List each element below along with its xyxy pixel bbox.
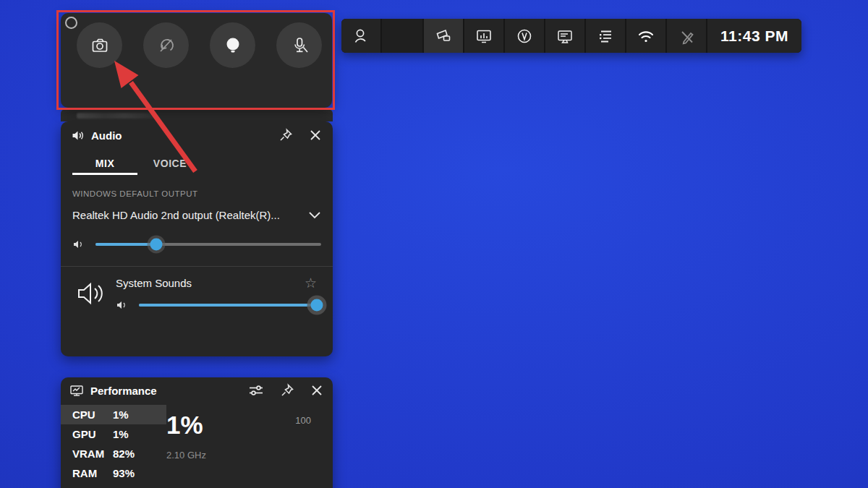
metric-value: 1% [113, 408, 129, 421]
display-overlay-toggle[interactable] [545, 19, 584, 53]
output-device-dropdown[interactable]: Realtek HD Audio 2nd output (Realtek(R).… [72, 209, 321, 221]
performance-body: CPU 1% GPU 1% VRAM 82% RAM 93% FPS 1% 2.… [61, 405, 333, 488]
performance-widget-header: Performance [61, 377, 333, 403]
tab-voice[interactable]: VOICE [137, 152, 203, 175]
metric-row-ram[interactable]: RAM 93% [61, 463, 166, 483]
obscured-widget-title [77, 113, 156, 119]
pin-button[interactable] [279, 382, 295, 398]
metric-row-vram[interactable]: VRAM 82% [61, 444, 166, 463]
performance-widget-title: Performance [90, 385, 157, 397]
slider-thumb[interactable] [310, 299, 323, 312]
screenshot-button[interactable] [77, 22, 122, 68]
speaker-loud-icon [72, 275, 110, 311]
camera-icon [89, 35, 111, 56]
metric-row-fps[interactable]: FPS [61, 483, 166, 488]
metric-label: CPU [72, 408, 113, 421]
close-icon [308, 128, 323, 142]
metric-row-cpu[interactable]: CPU 1% [61, 405, 166, 424]
mic-toggle-button[interactable] [276, 22, 322, 68]
metric-value: 93% [113, 467, 135, 479]
audio-widget: Audio MIX VOICE [61, 121, 333, 356]
slider-thumb[interactable] [150, 239, 163, 251]
record-dot-icon [222, 35, 244, 56]
mic-off-icon [289, 35, 310, 56]
performance-icon [475, 27, 493, 46]
cpu-clock-speed: 2.10 GHz [166, 450, 206, 461]
sliders-icon [247, 382, 265, 398]
record-last-button[interactable] [143, 22, 189, 68]
small-speaker-icon [72, 239, 87, 250]
record-ring-icon [515, 27, 534, 46]
audio-widget-title: Audio [91, 129, 122, 142]
metric-label: VRAM [72, 448, 113, 460]
display-overlay-icon [556, 27, 574, 46]
toolbar-spacer [382, 19, 422, 53]
metric-label: GPU [72, 428, 113, 440]
system-sounds-label: System Sounds [116, 277, 192, 289]
pen-disabled-icon [677, 27, 696, 46]
chevron-down-icon [308, 211, 321, 220]
cpu-big-value: 1% [166, 411, 203, 440]
partially-hidden-widget [61, 109, 333, 121]
wifi-icon [636, 26, 656, 46]
pin-button[interactable] [278, 127, 294, 143]
metric-value: 82% [113, 448, 135, 460]
start-recording-button[interactable] [210, 22, 255, 68]
audio-widget-header: Audio [61, 121, 333, 149]
output-section-label: WINDOWS DEFAULT OUTPUT [72, 189, 321, 198]
tab-mix[interactable]: MIX [72, 152, 137, 175]
audio-speaker-icon [71, 129, 85, 142]
audio-tabs: MIX VOICE [72, 152, 321, 175]
resources-list-icon [596, 27, 615, 46]
pen-button-disabled[interactable] [667, 19, 706, 53]
metric-row-gpu[interactable]: GPU 1% [61, 424, 166, 444]
monitor-icon [69, 384, 84, 397]
capture-widget-toggle[interactable] [424, 19, 463, 53]
master-volume-slider[interactable] [95, 243, 321, 246]
small-speaker-icon [116, 299, 130, 311]
desktop: 11:43 PM Audio [0, 0, 868, 488]
capture-widget [61, 13, 332, 108]
chart-axis-max: 100 [295, 415, 311, 426]
clock: 11:43 PM [707, 19, 801, 53]
slider-fill [139, 304, 321, 307]
close-button[interactable] [308, 128, 323, 142]
pin-icon [278, 127, 294, 143]
performance-options-button[interactable] [247, 382, 265, 398]
small-circle-indicator [65, 17, 77, 29]
slider-fill [95, 243, 156, 246]
favorite-star-icon[interactable]: ☆ [300, 275, 321, 291]
network-status[interactable] [626, 19, 665, 53]
close-icon [310, 383, 324, 398]
system-sounds-volume-row [116, 299, 321, 311]
system-sounds-section: System Sounds ☆ [61, 266, 333, 322]
master-volume-row [72, 239, 321, 250]
pin-icon [279, 382, 295, 398]
system-sounds-slider[interactable] [139, 304, 321, 307]
third-party-widget-toggle[interactable] [505, 19, 544, 53]
game-bar-toolbar: 11:43 PM [341, 19, 801, 53]
resources-widget-toggle[interactable] [586, 19, 625, 53]
close-button[interactable] [310, 383, 324, 398]
performance-widget-toggle[interactable] [464, 19, 503, 53]
metric-label: RAM [72, 467, 113, 479]
capture-icon [434, 27, 453, 46]
social-button[interactable] [341, 19, 380, 53]
performance-widget: Performance [61, 377, 333, 488]
metric-value: 1% [113, 428, 129, 440]
person-icon [352, 27, 370, 46]
record-last-icon [156, 35, 177, 56]
output-device-name: Realtek HD Audio 2nd output (Realtek(R).… [72, 209, 280, 221]
